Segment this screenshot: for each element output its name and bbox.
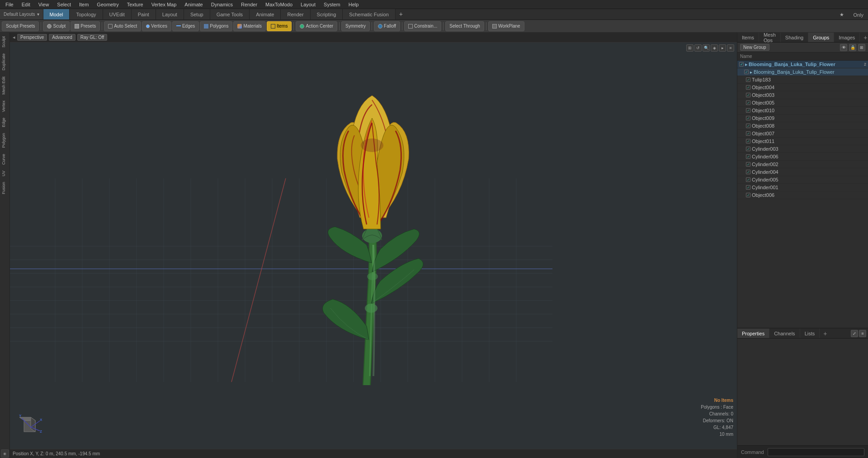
tree-check-object006[interactable]: ✓ — [746, 193, 750, 197]
tab-layouts[interactable]: Default Layouts ▾ — [0, 9, 43, 19]
tree-group-parent[interactable]: ✓ ▸ Blooming_Banja_Luka_Tulip_Flower — [737, 68, 868, 76]
tree-item-object009[interactable]: ✓ Object009 — [737, 114, 868, 122]
tab-uvedit[interactable]: UVEdit — [103, 9, 132, 19]
tab-setup[interactable]: Setup — [184, 9, 210, 19]
sculpt-presets-button[interactable]: Sculpt Presets — [2, 21, 39, 31]
viewport-icon-4[interactable]: ◈ — [711, 44, 718, 52]
menu-render[interactable]: Render — [237, 1, 261, 8]
tree-item-object008[interactable]: ✓ Object008 — [737, 122, 868, 130]
scene-tree[interactable]: ✓ ▸ Blooming_Banja_Luka_Tulip_Flower 2 ✓… — [737, 61, 868, 328]
tree-item-cylinder004[interactable]: ✓ Cylinder004 — [737, 168, 868, 176]
menu-layout[interactable]: Layout — [297, 1, 319, 8]
materials-button[interactable]: Materials — [233, 21, 266, 31]
tree-check-object009[interactable]: ✓ — [746, 116, 750, 120]
menu-texture[interactable]: Texture — [123, 1, 147, 8]
tree-item-cylinder003[interactable]: ✓ Cylinder003 — [737, 145, 868, 153]
sidebar-tab-vertex[interactable]: Vertex — [0, 98, 9, 115]
tree-item-object007[interactable]: ✓ Object007 — [737, 130, 868, 138]
tree-item-cylinder001[interactable]: ✓ Cylinder001 — [737, 184, 868, 191]
rb-tab-add[interactable]: + — [820, 329, 830, 339]
menu-dynamics[interactable]: Dynamics — [208, 1, 236, 8]
tree-item-object011[interactable]: ✓ Object011 — [737, 138, 868, 145]
tab-model[interactable]: Model — [43, 9, 70, 19]
menu-help[interactable]: Help — [345, 1, 363, 8]
menu-maxtomodo[interactable]: MaxToModo — [262, 1, 296, 8]
tree-check-object011[interactable]: ✓ — [746, 139, 750, 143]
viewport-expand-icon[interactable]: ◂ — [13, 34, 15, 40]
workplane-button[interactable]: WorkPlane — [488, 21, 524, 31]
tab-star[interactable]: ★ — [835, 10, 849, 19]
sidebar-tab-curve[interactable]: Curve — [0, 151, 9, 167]
tab-topology[interactable]: Topology — [70, 9, 103, 19]
rp-tab-groups[interactable]: Groups — [808, 33, 834, 42]
rp-tab-images[interactable]: Images — [834, 33, 860, 42]
tree-check-cylinder002[interactable]: ✓ — [746, 162, 750, 167]
tree-item-cylinder006[interactable]: ✓ Cylinder006 — [737, 153, 868, 161]
constrain-button[interactable]: Constrain... — [404, 21, 441, 31]
items-button[interactable]: Items — [267, 21, 292, 31]
tree-check-object003[interactable]: ✓ — [746, 93, 750, 97]
tree-item-object003[interactable]: ✓ Object003 — [737, 91, 868, 99]
sidebar-tab-edge[interactable]: Edge — [0, 115, 9, 130]
scene-icon-lock[interactable]: 🔒 — [849, 44, 856, 51]
tab-render[interactable]: Render — [281, 9, 310, 19]
viewport-raygl-btn[interactable]: Ray GL: Off — [77, 34, 108, 41]
tree-item-cylinder002[interactable]: ✓ Cylinder002 — [737, 161, 868, 168]
viewport-canvas[interactable]: No Items Polygons : Face Channels: 0 Def… — [10, 43, 737, 449]
sidebar-bottom-icon[interactable]: ◉ — [1, 449, 9, 458]
viewport-icon-3[interactable]: 🔍 — [703, 44, 710, 52]
menu-system[interactable]: System — [320, 1, 344, 8]
tab-add-button[interactable]: + — [396, 9, 406, 19]
tree-check-cylinder003[interactable]: ✓ — [746, 147, 750, 151]
tab-scripting[interactable]: Scripting — [311, 9, 343, 19]
new-group-button[interactable]: New Group — [740, 44, 769, 51]
tree-check-object005[interactable]: ✓ — [746, 100, 750, 105]
sidebar-tab-polygon[interactable]: Polygon — [0, 130, 9, 151]
tree-check-object004[interactable]: ✓ — [746, 85, 750, 90]
tree-item-object004[interactable]: ✓ Object004 — [737, 84, 868, 91]
sidebar-tab-duplicate[interactable]: Duplicate — [0, 51, 9, 73]
viewport[interactable]: ◂ Perspective Advanced Ray GL: Off ⊞ ↺ 🔍… — [10, 33, 737, 458]
tab-gametools[interactable]: Game Tools — [210, 9, 250, 19]
viewport-icon-6[interactable]: ≡ — [727, 44, 734, 52]
command-input[interactable] — [768, 448, 864, 456]
edges-button[interactable]: Edges — [172, 21, 199, 31]
tree-item-object010[interactable]: ✓ Object010 — [737, 107, 868, 114]
presets-button[interactable]: Presets — [71, 21, 100, 31]
rp-tab-items[interactable]: Items — [737, 33, 759, 42]
menu-item[interactable]: Item — [75, 1, 92, 8]
viewport-perspective-btn[interactable]: Perspective — [17, 34, 47, 41]
polygons-button[interactable]: Polygons — [200, 21, 232, 31]
tree-check-cylinder004[interactable]: ✓ — [746, 170, 750, 174]
menu-file[interactable]: File — [2, 1, 17, 8]
tab-paint[interactable]: Paint — [132, 9, 156, 19]
scene-icon-grid[interactable]: ⊞ — [858, 44, 865, 51]
tab-animate[interactable]: Animate — [250, 9, 281, 19]
rb-icon-expand[interactable]: ⤢ — [851, 330, 858, 337]
tree-item-object006[interactable]: ✓ Object006 — [737, 191, 868, 199]
rb-icon-settings[interactable]: ≡ — [859, 330, 866, 337]
scene-icon-eye[interactable]: 👁 — [840, 44, 847, 51]
menu-animate[interactable]: Animate — [181, 1, 206, 8]
tree-check-object007[interactable]: ✓ — [746, 131, 750, 136]
auto-select-button[interactable]: Auto Select — [104, 21, 141, 31]
symmetry-button[interactable]: Symmetry — [341, 21, 370, 31]
tab-layout[interactable]: Layout — [156, 9, 184, 19]
viewport-icon-5[interactable]: ▸ — [719, 44, 726, 52]
rb-tab-lists[interactable]: Lists — [800, 329, 820, 338]
tree-item-tulip183[interactable]: ✓ Tulip183 — [737, 76, 868, 84]
tree-check-object010[interactable]: ✓ — [746, 108, 750, 113]
menu-view[interactable]: View — [35, 1, 53, 8]
rp-tab-add[interactable]: + — [860, 33, 868, 43]
vertices-button[interactable]: Vertices — [142, 21, 171, 31]
menu-geometry[interactable]: Geometry — [93, 1, 122, 8]
tab-only[interactable]: Only — [849, 10, 868, 19]
sidebar-tab-sculpt[interactable]: Sculpt — [0, 33, 9, 50]
menu-select[interactable]: Select — [53, 1, 75, 8]
falloff-button[interactable]: Falloff — [374, 21, 400, 31]
tab-schematic[interactable]: Schematic Fusion — [343, 9, 395, 19]
viewport-icon-2[interactable]: ↺ — [694, 44, 702, 52]
tree-item-cylinder005[interactable]: ✓ Cylinder005 — [737, 176, 868, 184]
menu-edit[interactable]: Edit — [18, 1, 34, 8]
tree-check-group[interactable]: ✓ — [744, 70, 749, 74]
